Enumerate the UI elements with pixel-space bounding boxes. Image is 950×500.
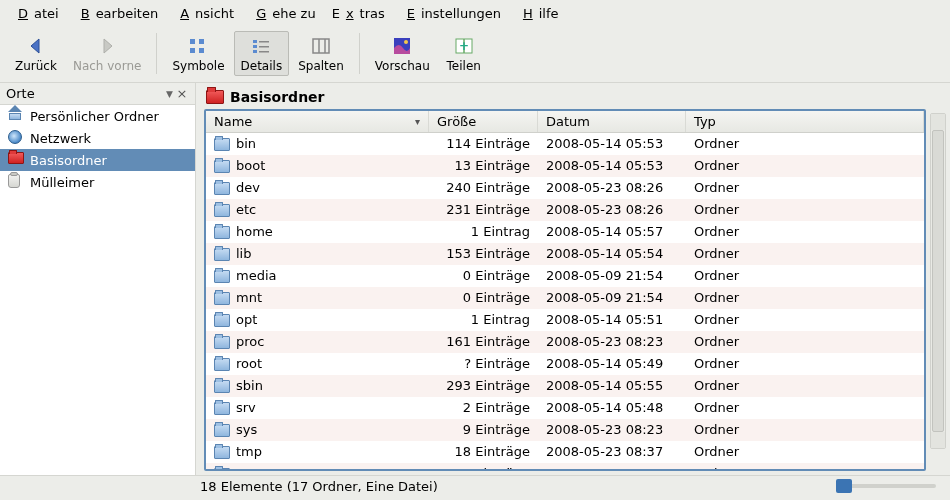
scroll-down-button[interactable] [931, 432, 945, 448]
column-header-type[interactable]: Typ [686, 111, 924, 132]
menu-item[interactable]: Einstellungen [395, 4, 507, 23]
file-name: media [236, 265, 277, 287]
table-row[interactable]: lib153 Einträge2008-05-14 05:54Ordner [206, 243, 924, 265]
location-label: Basisordner [230, 89, 325, 105]
detailsview-label: Details [241, 59, 283, 73]
table-row[interactable]: opt1 Eintrag2008-05-14 05:51Ordner [206, 309, 924, 331]
menu-item[interactable]: Bearbeiten [69, 4, 164, 23]
sidebar-place[interactable]: Netzwerk [0, 127, 195, 149]
file-name: proc [236, 331, 264, 353]
sidebar-place[interactable]: Persönlicher Ordner [0, 105, 195, 127]
svg-rect-10 [313, 39, 329, 53]
split-button[interactable]: + Teilen [439, 31, 489, 76]
file-size: 114 Einträge [429, 133, 538, 155]
folder-icon [206, 90, 224, 104]
scroll-track[interactable] [931, 130, 945, 432]
file-name: boot [236, 155, 265, 177]
table-row[interactable]: root? Einträge2008-05-14 05:49Ordner [206, 353, 924, 375]
table-row[interactable]: sys9 Einträge2008-05-23 08:23Ordner [206, 419, 924, 441]
columnview-button[interactable]: Spalten [291, 31, 351, 76]
table-row[interactable]: proc161 Einträge2008-05-23 08:23Ordner [206, 331, 924, 353]
file-type: Ordner [686, 287, 924, 309]
menu-item[interactable]: Extras [326, 4, 391, 23]
iconview-label: Symbole [172, 59, 224, 73]
vertical-scrollbar[interactable] [930, 113, 946, 449]
table-row[interactable]: sbin293 Einträge2008-05-14 05:55Ordner [206, 375, 924, 397]
column-header-name[interactable]: Name ▾ [206, 111, 429, 132]
column-header-row: Name ▾ Größe Datum Typ [206, 111, 924, 133]
close-sidebar-button[interactable]: × [175, 87, 189, 101]
chevron-down-icon[interactable]: ▼ [166, 89, 173, 99]
folder-icon [214, 204, 230, 217]
menu-item[interactable]: Ansicht [168, 4, 240, 23]
file-type: Ordner [686, 419, 924, 441]
file-date: 2008-05-14 05:57 [538, 221, 686, 243]
arrow-left-icon [25, 35, 47, 57]
file-name: dev [236, 177, 260, 199]
table-row[interactable]: srv2 Einträge2008-05-14 05:48Ordner [206, 397, 924, 419]
forward-button[interactable]: Nach vorne [66, 31, 149, 76]
file-name: tmp [236, 441, 262, 463]
svg-rect-0 [190, 39, 195, 44]
sidebar-place[interactable]: Mülleimer [0, 171, 195, 193]
menu-item[interactable]: Gehe zu [244, 4, 322, 23]
status-bar: 18 Elemente (17 Ordner, Eine Datei) [0, 475, 950, 496]
svg-rect-6 [253, 45, 257, 48]
file-date: 2008-05-23 08:23 [538, 331, 686, 353]
column-header-size[interactable]: Größe [429, 111, 538, 132]
file-type: Ordner [686, 177, 924, 199]
zoom-slider[interactable] [832, 484, 940, 488]
table-row[interactable]: mnt0 Einträge2008-05-09 21:54Ordner [206, 287, 924, 309]
menu-item[interactable]: Hilfe [511, 4, 565, 23]
file-date: 2008-05-14 05:49 [538, 353, 686, 375]
file-type: Ordner [686, 375, 924, 397]
file-date: 2008-05-14 05:51 [538, 309, 686, 331]
scroll-up-button[interactable] [931, 114, 945, 130]
iconview-button[interactable]: Symbole [165, 31, 231, 76]
table-row[interactable]: bin114 Einträge2008-05-14 05:53Ordner [206, 133, 924, 155]
file-date: 2008-05-14 05:48 [538, 463, 686, 469]
table-row[interactable]: etc231 Einträge2008-05-23 08:26Ordner [206, 199, 924, 221]
svg-rect-9 [259, 51, 269, 53]
zoom-track[interactable] [836, 484, 936, 488]
detailsview-button[interactable]: Details [234, 31, 290, 76]
columns-view-icon [310, 35, 332, 57]
svg-point-14 [404, 40, 408, 44]
sidebar-place[interactable]: Basisordner [0, 149, 195, 171]
table-row[interactable]: usr11 Einträge2008-05-14 05:48Ordner [206, 463, 924, 469]
svg-rect-4 [253, 40, 257, 43]
file-size: 0 Einträge [429, 265, 538, 287]
table-row[interactable]: home1 Eintrag2008-05-14 05:57Ordner [206, 221, 924, 243]
file-type: Ordner [686, 133, 924, 155]
table-row[interactable]: boot13 Einträge2008-05-14 05:53Ordner [206, 155, 924, 177]
menubar: DateiBearbeitenAnsichtGehe zuExtrasEinst… [0, 0, 950, 27]
file-date: 2008-05-09 21:54 [538, 287, 686, 309]
column-header-date[interactable]: Datum [538, 111, 686, 132]
file-size: 11 Einträge [429, 463, 538, 469]
preview-button[interactable]: Vorschau [368, 31, 437, 76]
file-type: Ordner [686, 331, 924, 353]
folder-icon [214, 292, 230, 305]
file-type: Ordner [686, 199, 924, 221]
folder-icon [214, 138, 230, 151]
file-date: 2008-05-23 08:26 [538, 177, 686, 199]
split-icon: + [453, 35, 475, 57]
back-button[interactable]: Zurück [8, 31, 64, 76]
forward-label: Nach vorne [73, 59, 142, 73]
place-label: Basisordner [30, 153, 107, 168]
file-size: 153 Einträge [429, 243, 538, 265]
file-name: opt [236, 309, 257, 331]
table-row[interactable]: media0 Einträge2008-05-09 21:54Ordner [206, 265, 924, 287]
file-date: 2008-05-14 05:55 [538, 375, 686, 397]
scroll-thumb[interactable] [932, 130, 944, 432]
folder-icon [214, 424, 230, 437]
folder-icon [214, 336, 230, 349]
zoom-thumb[interactable] [836, 479, 852, 493]
folder-icon [214, 358, 230, 371]
menu-item[interactable]: Datei [6, 4, 65, 23]
table-row[interactable]: tmp18 Einträge2008-05-23 08:37Ordner [206, 441, 924, 463]
sort-indicator-icon: ▾ [415, 116, 420, 127]
sidebar-header: Orte ▼ × [0, 83, 195, 105]
table-row[interactable]: dev240 Einträge2008-05-23 08:26Ordner [206, 177, 924, 199]
svg-rect-7 [259, 46, 269, 48]
